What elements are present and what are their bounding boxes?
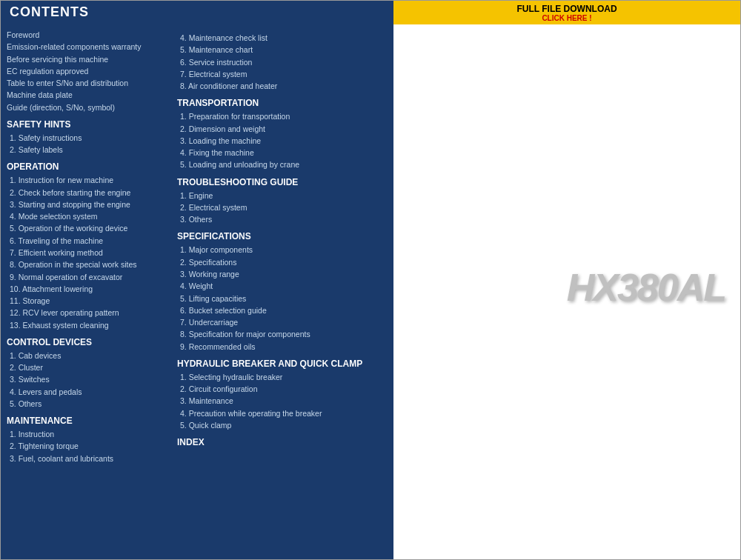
product-image-panel: HYUNDAI xyxy=(393,24,740,559)
toc-maint-1[interactable]: 1. Instruction xyxy=(7,428,165,440)
toc-ec[interactable]: EC regulation approved xyxy=(7,65,165,77)
toc-ctrl-3[interactable]: 3. Switches xyxy=(7,373,165,385)
download-button[interactable]: FULL FILE DOWNLOAD CLICK HERE ! xyxy=(393,1,740,24)
toc-maint-6[interactable]: 6. Service instruction xyxy=(177,56,388,68)
toc-machine-plate[interactable]: Machine data plate xyxy=(7,89,165,101)
toc-safety-instructions[interactable]: 1. Safety instructions xyxy=(7,132,165,144)
toc-trans-5[interactable]: 5. Loading and unloading by crane xyxy=(177,159,388,170)
toc-col1: Foreword Emission-related components war… xyxy=(1,29,171,555)
toc-spec-4[interactable]: 4. Weight xyxy=(177,280,388,292)
toc-spec-6[interactable]: 6. Bucket selection guide xyxy=(177,304,388,316)
toc-maint-8[interactable]: 8. Air conditioner and heater xyxy=(177,80,388,92)
toc-op-12[interactable]: 12. RCV lever operating pattern xyxy=(7,307,165,319)
toc-spec-2[interactable]: 2. Specifications xyxy=(177,256,388,268)
toc-spec-8[interactable]: 8. Specification for major components xyxy=(177,328,388,340)
toc-hyd-2[interactable]: 2. Circuit configuration xyxy=(177,383,388,395)
toc-maint-5[interactable]: 5. Maintenance chart xyxy=(177,44,388,56)
toc-spec-1[interactable]: 1. Major components xyxy=(177,244,388,256)
toc-spec-3[interactable]: 3. Working range xyxy=(177,268,388,280)
toc-spec-7[interactable]: 7. Undercarriage xyxy=(177,316,388,328)
toc-ctrl-1[interactable]: 1. Cab devices xyxy=(7,350,165,361)
toc-maint-3[interactable]: 3. Fuel, coolant and lubricants xyxy=(7,453,165,464)
toc-hyd-1[interactable]: 1. Selecting hydraulic breaker xyxy=(177,371,388,383)
toc-before-service[interactable]: Before servicing this machine xyxy=(7,53,165,65)
toc-op-11[interactable]: 11. Storage xyxy=(7,295,165,307)
toc-trouble-3[interactable]: 3. Others xyxy=(177,213,388,225)
toc-trans-3[interactable]: 3. Loading the machine xyxy=(177,135,388,147)
trouble-title: TROUBLESHOOTING GUIDE xyxy=(177,177,388,187)
toc-op-10[interactable]: 10. Attachment lowering xyxy=(7,283,165,295)
toc-hyd-4[interactable]: 4. Precaution while operating the breake… xyxy=(177,407,388,419)
maintenance-title: MAINTENANCE xyxy=(7,416,165,426)
toc-op-13[interactable]: 13. Exhaust system cleaning xyxy=(7,319,165,331)
toc-trans-4[interactable]: 4. Fixing the machine xyxy=(177,147,388,159)
toc-foreword[interactable]: Foreword xyxy=(7,29,165,41)
toc-op-4[interactable]: 4. Mode selection system xyxy=(7,210,165,222)
toc-trans-2[interactable]: 2. Dimension and weight xyxy=(177,123,388,135)
hydraulic-title: HYDRAULIC BREAKER AND QUICK CLAMP xyxy=(177,359,388,369)
toc-op-8[interactable]: 8. Operation in the special work sites xyxy=(7,259,165,270)
toc-spec-9[interactable]: 9. Recommended oils xyxy=(177,341,388,353)
toc-trans-1[interactable]: 1. Preparation for transportation xyxy=(177,110,388,122)
toc-trouble-2[interactable]: 2. Electrical system xyxy=(177,201,388,213)
toc-op-3[interactable]: 3. Starting and stopping the engine xyxy=(7,199,165,210)
toc-op-1[interactable]: 1. Instruction for new machine xyxy=(7,174,165,186)
toc-safety-labels[interactable]: 2. Safety labels xyxy=(7,144,165,156)
model-label: HX380AL xyxy=(567,265,725,310)
download-title: FULL FILE DOWNLOAD xyxy=(516,4,617,14)
toc-emission[interactable]: Emission-related components warranty xyxy=(7,41,165,53)
toc-op-2[interactable]: 2. Check before starting the engine xyxy=(7,187,165,199)
toc-ctrl-2[interactable]: 2. Cluster xyxy=(7,361,165,373)
toc-guide[interactable]: Guide (direction, S/No, symbol) xyxy=(7,101,165,113)
contents-header: CONTENTS xyxy=(1,1,393,24)
toc-op-5[interactable]: 5. Operation of the working device xyxy=(7,222,165,234)
index-title: INDEX xyxy=(177,437,388,447)
toc-trouble-1[interactable]: 1. Engine xyxy=(177,190,388,201)
toc-ctrl-4[interactable]: 4. Levers and pedals xyxy=(7,386,165,398)
toc-op-9[interactable]: 9. Normal operation of excavator xyxy=(7,271,165,283)
operation-title: OPERATION xyxy=(7,161,165,172)
toc-col2: 4. Maintenance check list 5. Maintenance… xyxy=(171,29,393,555)
toc-panel: Foreword Emission-related components war… xyxy=(1,24,393,559)
toc-maint-4[interactable]: 4. Maintenance check list xyxy=(177,32,388,44)
safety-title: SAFETY HINTS xyxy=(7,119,165,130)
download-sub: CLICK HERE ! xyxy=(542,14,591,22)
toc-hyd-5[interactable]: 5. Quick clamp xyxy=(177,419,388,431)
toc-maint-2[interactable]: 2. Tightening torque xyxy=(7,440,165,452)
toc-op-6[interactable]: 6. Traveling of the machine xyxy=(7,235,165,247)
toc-spec-5[interactable]: 5. Lifting capacities xyxy=(177,293,388,304)
toc-ctrl-5[interactable]: 5. Others xyxy=(7,398,165,410)
toc-op-7[interactable]: 7. Efficient working method xyxy=(7,247,165,259)
toc-table-sno[interactable]: Table to enter S/No and distribution xyxy=(7,77,165,89)
toc-hyd-3[interactable]: 3. Maintenance xyxy=(177,395,388,407)
transport-title: TRANSPORTATION xyxy=(177,98,388,108)
toc-maint-7[interactable]: 7. Electrical system xyxy=(177,68,388,80)
control-title: CONTROL DEVICES xyxy=(7,337,165,347)
specs-title: SPECIFICATIONS xyxy=(177,231,388,241)
